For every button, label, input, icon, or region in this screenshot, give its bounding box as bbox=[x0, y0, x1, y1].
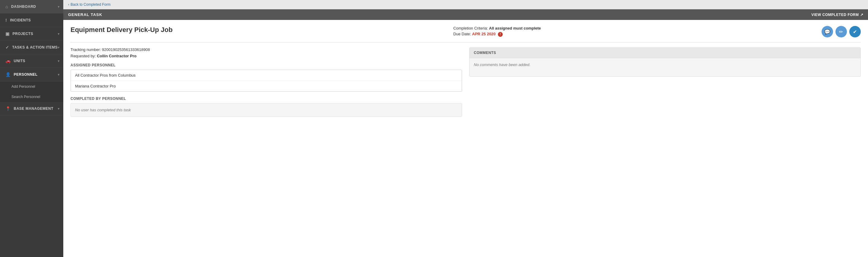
chevron-icon: ▼ bbox=[57, 5, 60, 8]
content-area: Equipment Delivery Pick-Up Job Completio… bbox=[63, 20, 868, 257]
task-meta: Completion Criteria: All assigned must c… bbox=[453, 26, 541, 37]
sidebar-item-label: UNITS bbox=[14, 59, 26, 63]
comments-empty-text: No comments have been added. bbox=[474, 62, 530, 67]
units-icon: 🚗 bbox=[5, 59, 11, 63]
requested-by-label: Requested by: bbox=[70, 54, 96, 58]
sidebar-item-projects[interactable]: ▣ PROJECTS ▼ bbox=[0, 27, 63, 41]
sidebar-sub-item-search-personnel[interactable]: Search Personnel bbox=[0, 92, 63, 102]
sidebar-item-dashboard[interactable]: ⌂ DASHBOARD ▼ bbox=[0, 0, 63, 13]
top-section: Equipment Delivery Pick-Up Job Completio… bbox=[70, 26, 861, 42]
comment-icon: 💬 bbox=[824, 29, 830, 35]
chevron-icon: ▼ bbox=[57, 73, 60, 76]
tasks-icon: ✓ bbox=[5, 45, 9, 50]
sidebar-sub-item-label: Search Personnel bbox=[11, 95, 40, 99]
warning-icon: ! bbox=[498, 32, 503, 37]
chevron-icon: ▼ bbox=[57, 107, 60, 110]
left-panel: Tracking number: 9200190253561333618908 … bbox=[70, 47, 462, 117]
complete-button[interactable]: ✔ bbox=[849, 26, 861, 37]
completed-by-label: COMPLETED BY PERSONNEL bbox=[70, 96, 462, 101]
assigned-personnel-label: ASSIGNED PERSONNEL bbox=[70, 63, 462, 67]
sidebar-item-label: PROJECTS bbox=[13, 32, 33, 36]
due-date: Due Date: APR 25 2020 ! bbox=[453, 32, 541, 37]
comments-header: COMMENTS bbox=[470, 48, 861, 58]
sidebar-item-label: BASE MANAGEMENT bbox=[14, 107, 54, 111]
view-completed-text: VIEW COMPLETED FORM bbox=[811, 13, 859, 17]
sidebar-sub-item-add-personnel[interactable]: Add Personnel bbox=[0, 81, 63, 92]
sidebar-item-label: TASKS & ACTION ITEMS bbox=[12, 45, 58, 50]
completed-by-empty-text: No user has completed this task bbox=[75, 108, 131, 112]
sidebar-item-label: PERSONNEL bbox=[14, 73, 38, 77]
assigned-personnel-box: All Contractor Pros from Columbus Marian… bbox=[70, 70, 462, 92]
comment-button[interactable]: 💬 bbox=[822, 26, 833, 37]
chevron-icon: ▼ bbox=[57, 46, 60, 49]
back-bar: ‹ Back to Completed Form bbox=[63, 0, 868, 9]
completion-criteria: Completion Criteria: All assigned must c… bbox=[453, 26, 541, 30]
sidebar-item-personnel[interactable]: 👤 PERSONNEL ▼ bbox=[0, 68, 63, 81]
completed-by-box: No user has completed this task bbox=[70, 103, 462, 117]
view-completed-link[interactable]: VIEW COMPLETED FORM ↗ bbox=[811, 13, 863, 17]
action-icons: 💬 ✏ ✔ bbox=[822, 26, 861, 37]
completion-criteria-value: All assigned must complete bbox=[489, 26, 541, 30]
header-bar: GENERAL TASK VIEW COMPLETED FORM ↗ bbox=[63, 9, 868, 20]
dashboard-icon: ⌂ bbox=[5, 4, 8, 9]
sidebar-item-base-management[interactable]: 📍 BASE MANAGEMENT ▼ bbox=[0, 102, 63, 116]
external-link-icon: ↗ bbox=[860, 13, 864, 17]
task-title-area: Equipment Delivery Pick-Up Job bbox=[70, 26, 173, 35]
comments-panel: COMMENTS No comments have been added. bbox=[469, 47, 861, 77]
edit-icon: ✏ bbox=[839, 29, 843, 35]
due-date-value: APR 25 2020 bbox=[472, 32, 495, 36]
personnel-icon: 👤 bbox=[5, 72, 11, 77]
sidebar-item-label: DASHBOARD bbox=[11, 4, 36, 9]
chevron-icon: ▼ bbox=[57, 32, 60, 36]
complete-icon: ✔ bbox=[853, 29, 857, 35]
chevron-icon: ▼ bbox=[57, 59, 60, 63]
back-link-text: Back to Completed Form bbox=[70, 2, 111, 7]
requested-by-value: Collin Contractor Pro bbox=[97, 54, 136, 58]
main-area: ‹ Back to Completed Form GENERAL TASK VI… bbox=[63, 0, 868, 257]
completion-criteria-label: Completion Criteria: bbox=[453, 26, 488, 30]
sidebar-sub-item-label: Add Personnel bbox=[11, 84, 35, 89]
tracking-number-row: Tracking number: 9200190253561333618908 bbox=[70, 47, 462, 52]
base-management-icon: 📍 bbox=[5, 106, 11, 111]
sidebar: ⌂ DASHBOARD ▼ ! INCIDENTS ▣ PROJECTS ▼ ✓… bbox=[0, 0, 63, 257]
due-date-label: Due Date: bbox=[453, 32, 471, 36]
details-section: Tracking number: 9200190253561333618908 … bbox=[70, 47, 861, 117]
sidebar-item-label: INCIDENTS bbox=[10, 18, 31, 22]
sidebar-item-tasks[interactable]: ✓ TASKS & ACTION ITEMS ▼ bbox=[0, 41, 63, 54]
tracking-number-value: 9200190253561333618908 bbox=[102, 47, 150, 52]
incidents-icon: ! bbox=[5, 18, 7, 23]
right-panel: COMMENTS No comments have been added. bbox=[469, 47, 861, 117]
comments-body: No comments have been added. bbox=[470, 58, 861, 76]
assigned-personnel-row-1: All Contractor Pros from Columbus bbox=[71, 70, 462, 81]
task-title: Equipment Delivery Pick-Up Job bbox=[70, 26, 173, 34]
requested-by-row: Requested by: Collin Contractor Pro bbox=[70, 54, 462, 58]
sidebar-item-incidents[interactable]: ! INCIDENTS bbox=[0, 13, 63, 27]
sidebar-item-units[interactable]: 🚗 UNITS ▼ bbox=[0, 54, 63, 68]
projects-icon: ▣ bbox=[5, 31, 10, 36]
edit-button[interactable]: ✏ bbox=[835, 26, 847, 37]
tracking-info: Tracking number: 9200190253561333618908 … bbox=[70, 47, 462, 58]
assigned-personnel-row-2: Mariana Contractor Pro bbox=[71, 81, 462, 91]
header-title: GENERAL TASK bbox=[68, 12, 102, 17]
tracking-label: Tracking number: bbox=[70, 47, 101, 52]
back-chevron-icon: ‹ bbox=[68, 2, 69, 7]
back-link[interactable]: ‹ Back to Completed Form bbox=[68, 2, 111, 7]
